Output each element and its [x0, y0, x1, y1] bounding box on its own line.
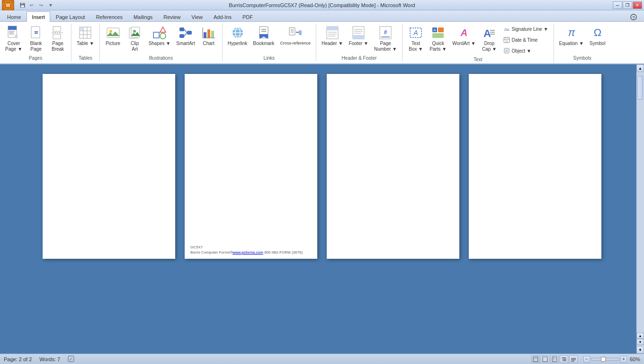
signature-line-button[interactable]: Signature Line ▼ — [501, 24, 550, 34]
table-label: Table ▼ — [77, 41, 94, 46]
redo-quick-btn[interactable]: ↪ — [37, 1, 45, 9]
chart-label: Chart — [203, 41, 214, 46]
proofing-icon[interactable]: ✓ — [68, 355, 74, 363]
word-art-label: WordArt ▼ — [452, 41, 475, 46]
scroll-up-btn[interactable]: ▲ — [636, 64, 644, 72]
ribbon-group-symbols: π Equation ▼ Ω Symbol Symbols — [554, 24, 611, 62]
picture-button[interactable]: Picture — [103, 24, 124, 48]
chart-button[interactable]: Chart — [198, 24, 219, 48]
svg-rect-89 — [533, 357, 538, 362]
tab-home[interactable]: Home — [2, 12, 26, 21]
minimize-btn[interactable]: ─ — [613, 1, 622, 9]
zoom-level: 60% — [630, 356, 640, 362]
page-3-content — [327, 74, 459, 259]
vertical-scrollbar[interactable]: ▲ ▲ ▼ ▼ — [636, 64, 644, 354]
tab-insert[interactable]: Insert — [27, 11, 50, 22]
blank-page-button[interactable]: BlankPage — [26, 24, 46, 54]
office-button[interactable]: W — [2, 0, 14, 10]
tab-help[interactable]: ? — [625, 12, 642, 21]
page-break-icon — [50, 25, 65, 40]
page-1-content — [43, 74, 175, 259]
scroll-down-btn[interactable]: ▼ — [636, 346, 644, 354]
ribbon-group-header-footer: Header ▼ Footer ▼ — [316, 24, 402, 62]
cross-reference-icon — [288, 25, 303, 40]
clip-art-button[interactable]: ClipArt — [125, 24, 145, 54]
shapes-icon — [152, 25, 167, 40]
full-screen-view-btn[interactable] — [541, 355, 549, 363]
tab-pagelayout[interactable]: Page Layout — [51, 12, 90, 21]
text-box-button[interactable]: A TextBox ▼ — [405, 24, 426, 54]
restore-btn[interactable]: ❐ — [623, 1, 632, 9]
signature-line-label: Signature Line ▼ — [511, 27, 548, 32]
footer-link[interactable]: www.pcforms.com — [233, 250, 263, 255]
scroll-bottom-controls: ▲ ▼ — [636, 332, 644, 346]
word-art-button[interactable]: A WordArt ▼ — [450, 24, 478, 48]
pages-group-label: Pages — [29, 55, 42, 61]
cover-page-button[interactable]: CoverPage ▼ — [3, 24, 25, 54]
header-label: Header ▼ — [322, 41, 343, 46]
symbol-button[interactable]: Ω Symbol — [587, 24, 608, 48]
tab-references[interactable]: References — [91, 12, 128, 21]
smart-art-button[interactable]: SmartArt — [174, 24, 197, 48]
table-button[interactable]: Table ▼ — [74, 24, 97, 48]
cross-reference-label: Cross-reference — [280, 41, 311, 46]
svg-text:A: A — [434, 28, 437, 32]
object-button[interactable]: Object ▼ — [501, 46, 550, 56]
tab-pdf[interactable]: PDF — [237, 12, 258, 21]
svg-point-26 — [133, 30, 136, 33]
drop-cap-icon: A — [482, 25, 497, 40]
page-break-label: PageBreak — [52, 41, 64, 52]
svg-rect-59 — [353, 35, 364, 39]
picture-label: Picture — [106, 41, 120, 46]
links-group-items: Hyperlink Bookmark — [225, 24, 313, 55]
outline-view-btn[interactable] — [560, 355, 568, 363]
hyperlink-icon — [230, 25, 245, 40]
svg-rect-13 — [53, 27, 61, 31]
svg-text:A: A — [460, 27, 467, 38]
scroll-next-page-btn[interactable]: ▼ — [636, 339, 644, 345]
svg-rect-5 — [8, 26, 17, 30]
bookmark-button[interactable]: Bookmark — [250, 24, 277, 48]
draft-view-btn[interactable] — [569, 355, 578, 363]
status-bar: Page: 2 of 2 Words: 7 ✓ — [0, 354, 644, 364]
cross-reference-button[interactable]: Cross-reference — [277, 24, 313, 47]
svg-text:✓: ✓ — [69, 357, 73, 362]
ribbon-group-text: A TextBox ▼ A QuickParts ▼ — [402, 24, 554, 63]
tab-addins[interactable]: Add-Ins — [208, 12, 237, 21]
page-break-button[interactable]: PageBreak — [47, 24, 68, 54]
zoom-out-btn[interactable]: − — [583, 356, 590, 363]
customize-quick-btn[interactable]: ▼ — [46, 1, 55, 9]
shapes-button[interactable]: Shapes ▼ — [146, 24, 173, 48]
tab-review[interactable]: Review — [158, 12, 186, 21]
clip-art-label: ClipArt — [131, 41, 139, 52]
page-number-button[interactable]: # PageNumber ▼ — [372, 24, 399, 54]
svg-text:W: W — [6, 3, 10, 8]
svg-text:#: # — [384, 29, 387, 36]
picture-icon — [106, 25, 121, 40]
header-button[interactable]: Header ▼ — [319, 24, 345, 48]
ribbon-group-pages: CoverPage ▼ BlankPage — [0, 24, 72, 62]
drop-cap-button[interactable]: A DropCap ▼ — [479, 24, 500, 54]
page-4 — [469, 74, 601, 259]
tab-view[interactable]: View — [186, 12, 208, 21]
undo-quick-btn[interactable]: ↩ — [27, 1, 36, 9]
svg-rect-70 — [432, 33, 444, 38]
date-time-button[interactable]: 31 Date & Time — [501, 35, 550, 45]
web-layout-view-btn[interactable] — [550, 355, 559, 363]
scroll-prev-page-btn[interactable]: ▲ — [636, 333, 644, 339]
footer-button[interactable]: Footer ▼ — [346, 24, 371, 48]
zoom-in-btn[interactable]: + — [620, 356, 627, 363]
scroll-track[interactable] — [636, 72, 644, 332]
page-2: GC5X7 Burris Computer Forms®www.pcforms.… — [185, 74, 317, 259]
zoom-slider-thumb[interactable] — [601, 357, 606, 362]
tab-mailings[interactable]: Mailings — [128, 12, 158, 21]
print-layout-view-btn[interactable] — [531, 355, 540, 363]
zoom-slider-track[interactable] — [591, 358, 619, 361]
save-quick-btn[interactable]: 💾 — [18, 1, 27, 9]
smart-art-icon — [178, 25, 193, 40]
equation-button[interactable]: π Equation ▼ — [557, 24, 586, 48]
quick-parts-button[interactable]: A QuickParts ▼ — [427, 24, 449, 54]
scroll-thumb[interactable] — [637, 76, 643, 100]
close-btn[interactable]: ✕ — [633, 1, 642, 9]
hyperlink-button[interactable]: Hyperlink — [225, 24, 250, 48]
